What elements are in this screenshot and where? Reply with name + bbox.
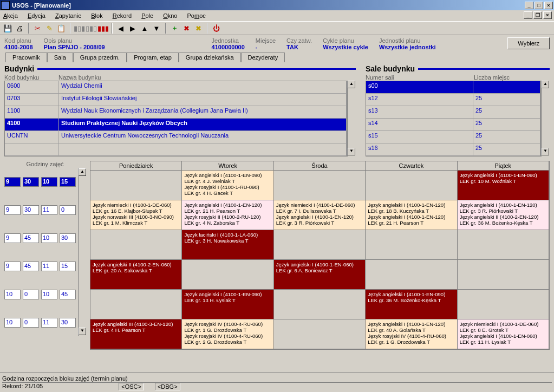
bars1-icon[interactable]: ▮▯▮	[75, 24, 83, 32]
tab-pracownik[interactable]: Pracownik	[5, 53, 47, 62]
time-m2[interactable]: 0	[60, 205, 76, 215]
child-minimize-button[interactable]: _	[524, 11, 532, 19]
menu-pomoc[interactable]: Pomoc	[187, 12, 206, 19]
tab-grupa-dziekanska[interactable]: Grupa dziekańska	[179, 53, 241, 62]
time-row[interactable]: 9451115	[4, 253, 76, 280]
schedule-block[interactable]: Język niemiecki I (4100-1-DE-060)LEK gr.…	[274, 200, 365, 230]
time-row[interactable]: 1001045	[4, 281, 76, 308]
menu-okno[interactable]: Okno	[163, 12, 177, 19]
menu-rekord[interactable]: Rekord	[113, 12, 132, 19]
print-icon[interactable]: 🖨	[15, 24, 24, 32]
menu-blok[interactable]: Blok	[91, 12, 102, 19]
table-row[interactable]: 1100Wydział Nauk Ekonomicznych i Zarządz…	[5, 106, 347, 119]
schedule-block[interactable]: Język angielski I (4100-1-EN-120)LEK gr.…	[366, 200, 457, 230]
tab-program-etap[interactable]: Program, etap	[127, 53, 179, 62]
child-close-button[interactable]: ×	[543, 11, 552, 19]
table-row[interactable]	[5, 143, 347, 156]
time-h2[interactable]: 11	[41, 262, 57, 271]
close-button[interactable]: ×	[544, 2, 553, 9]
time-h2[interactable]: 11	[41, 205, 57, 215]
table-row[interactable]: 0600Wydział Chemii	[5, 81, 347, 94]
time-row[interactable]: 930110	[4, 197, 76, 224]
schedule-block[interactable]	[274, 319, 365, 349]
time-m1[interactable]: 30	[23, 177, 39, 187]
time-m2[interactable]: 30	[60, 318, 76, 328]
schedule-block[interactable]: Język rosyjski IV (4100-4-RU-060)LEK gr.…	[182, 319, 273, 349]
minimize-button[interactable]: _	[525, 2, 533, 9]
schedule-block[interactable]: Język niemiecki I (4100-1-DE-060)LEK gr.…	[90, 200, 181, 230]
schedule-block[interactable]: Język angielski I (4100-1-EN-090)LEK gr.…	[366, 290, 457, 319]
time-h2[interactable]: 10	[41, 177, 57, 187]
time-h1[interactable]: 9	[4, 233, 21, 243]
time-row[interactable]: 1001130	[4, 309, 76, 336]
time-h1[interactable]: 10	[4, 290, 21, 299]
tab-grupa-przedm[interactable]: Grupa przedm.	[73, 53, 127, 62]
schedule-block[interactable]	[274, 171, 365, 200]
jednostki-value[interactable]: Wszystkie jednostki	[379, 44, 436, 50]
time-row[interactable]: 9301015	[4, 168, 76, 195]
schedule-block[interactable]: Język łaciński I (4100-1-LA-060)LEK gr. …	[182, 230, 273, 260]
bars3-icon[interactable]: ▮▮▮	[99, 24, 107, 32]
time-m1[interactable]: 45	[23, 262, 39, 271]
time-m2[interactable]: 15	[60, 177, 76, 187]
add-icon[interactable]: ＋	[170, 24, 179, 32]
time-m1[interactable]: 0	[23, 290, 39, 299]
tab-sala[interactable]: Sala	[47, 53, 73, 62]
schedule-block[interactable]	[366, 230, 457, 260]
schedule-block[interactable]	[458, 260, 549, 290]
schedule-block[interactable]	[182, 260, 273, 290]
time-h2[interactable]: 11	[41, 318, 57, 328]
table-row[interactable]: s1325	[366, 106, 540, 119]
menu-akcja[interactable]: Akcja	[3, 12, 18, 19]
table-row[interactable]: s1225	[366, 94, 540, 106]
table-row[interactable]: s00	[366, 81, 540, 94]
bars2-icon[interactable]: ▯▮▯	[87, 24, 95, 32]
budynki-scrollbar[interactable]: ▲▼	[347, 81, 356, 156]
time-m2[interactable]: 45	[60, 290, 76, 299]
time-h2[interactable]: 10	[41, 290, 57, 299]
clear-icon[interactable]: ✖	[194, 24, 203, 32]
time-h1[interactable]: 9	[4, 262, 21, 271]
wybierz-button[interactable]: Wybierz	[507, 37, 550, 49]
schedule-block[interactable]: Język angielski II (4100-2-EN-060)LEK gr…	[90, 260, 181, 290]
time-m1[interactable]: 0	[23, 318, 39, 328]
schedule-block[interactable]	[90, 290, 181, 319]
time-m2[interactable]: 15	[60, 262, 76, 271]
time-h1[interactable]: 9	[4, 205, 21, 215]
child-restore-button[interactable]: ❐	[533, 11, 542, 19]
sale-scrollbar[interactable]: ▲▼	[541, 81, 550, 156]
schedule-block[interactable]: Język angielski I (4100-1-EN-090)LEK gr.…	[458, 171, 549, 200]
schedule-block[interactable]: Język angielski I (4100-1-EN-120)LEK gr.…	[182, 200, 273, 230]
delete-icon[interactable]: ✖	[182, 24, 191, 32]
cykle-value[interactable]: Wszystkie cykle	[323, 44, 368, 50]
time-m1[interactable]: 45	[23, 233, 39, 243]
schedule-block[interactable]	[458, 290, 549, 319]
schedule-block[interactable]	[366, 260, 457, 290]
paste-icon[interactable]: 📋	[57, 24, 66, 32]
schedule-block[interactable]: Język angielski I (4100-1-EN-120)LEK gr.…	[458, 200, 549, 230]
time-h1[interactable]: 10	[4, 318, 21, 328]
edit-icon[interactable]: ✎	[45, 24, 54, 32]
table-row[interactable]: s1625	[366, 143, 540, 156]
next-icon[interactable]: ▶	[128, 24, 137, 32]
menu-zapytanie[interactable]: Zapytanie	[55, 12, 81, 19]
schedule-block[interactable]	[90, 230, 181, 260]
time-row[interactable]: 9451030	[4, 225, 76, 252]
up-icon[interactable]: ▲	[140, 24, 149, 32]
tab-dezyderaty[interactable]: Dezyderaty	[241, 53, 285, 62]
schedule-block[interactable]: Język angielski I (4100-1-EN-060)LEK gr.…	[274, 260, 365, 290]
maximize-button[interactable]: □	[535, 2, 543, 9]
cut-icon[interactable]: ✂	[33, 24, 42, 32]
first-icon[interactable]: ◀	[116, 24, 125, 32]
time-h2[interactable]: 10	[41, 233, 57, 243]
menu-edycja[interactable]: Edycja	[28, 12, 45, 19]
schedule-block[interactable]: Język angielski I (4100-1-EN-090)LEK gr.…	[182, 171, 273, 200]
schedule-block[interactable]: Język angielski I (4100-1-EN-120)LEK gr.…	[366, 319, 457, 349]
time-m1[interactable]: 30	[23, 205, 39, 215]
schedule-block[interactable]	[90, 171, 181, 200]
time-m2[interactable]: 30	[60, 233, 76, 243]
table-row[interactable]: s1525	[366, 131, 540, 143]
schedule-block[interactable]	[366, 171, 457, 200]
save-icon[interactable]: 💾	[3, 24, 12, 32]
schedule-block[interactable]	[274, 230, 365, 260]
